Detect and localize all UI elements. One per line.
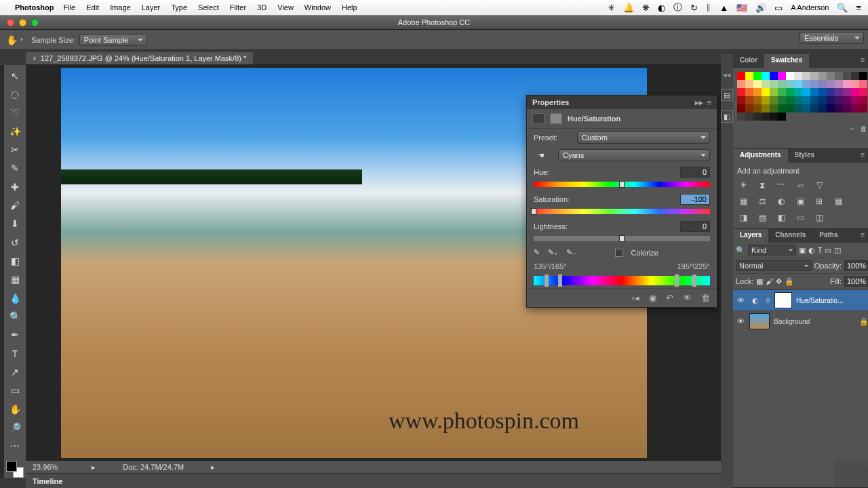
swatch[interactable] bbox=[818, 96, 827, 104]
swatch[interactable] bbox=[762, 80, 770, 88]
swatch[interactable] bbox=[810, 80, 818, 88]
battery-icon[interactable]: ▭ bbox=[774, 3, 783, 13]
clip-icon[interactable]: ▫◂ bbox=[631, 293, 639, 303]
swatch[interactable] bbox=[851, 96, 859, 104]
panel-menu-icon[interactable]: ≡ bbox=[854, 54, 868, 68]
help-icon[interactable]: ⓘ bbox=[673, 1, 682, 14]
resize-grip[interactable] bbox=[834, 461, 868, 488]
expand-dock-icon[interactable]: ◂◂ bbox=[723, 70, 731, 79]
swatch[interactable] bbox=[859, 104, 867, 113]
swatch[interactable] bbox=[835, 80, 843, 88]
swatch[interactable] bbox=[827, 72, 835, 80]
hue-icon[interactable]: ▦ bbox=[737, 195, 749, 207]
swatch[interactable] bbox=[753, 80, 762, 88]
visibility-toggle-icon[interactable]: 👁 bbox=[736, 317, 745, 325]
timeline-panel[interactable]: Timeline bbox=[26, 473, 721, 488]
brush-tool-icon[interactable]: 🖌 bbox=[7, 197, 23, 213]
previous-icon[interactable]: ◉ bbox=[649, 293, 656, 303]
move-tool-icon[interactable]: ↖ bbox=[7, 68, 23, 83]
history-panel-icon[interactable]: ▤ bbox=[721, 89, 733, 101]
crop-tool-icon[interactable]: ✂ bbox=[7, 142, 23, 157]
filter-kind-select[interactable]: Kind bbox=[748, 245, 796, 256]
notify-icon[interactable]: 🔔 bbox=[623, 3, 634, 13]
menu-window[interactable]: Window bbox=[304, 3, 331, 12]
lightness-slider[interactable] bbox=[534, 236, 710, 243]
menubar-app[interactable]: Photoshop bbox=[15, 3, 54, 12]
exposure-icon[interactable]: ▱ bbox=[794, 179, 806, 191]
swatch[interactable] bbox=[762, 88, 770, 96]
type-tool-icon[interactable]: T bbox=[7, 346, 23, 361]
edit-toolbar-icon[interactable]: ⋯ bbox=[7, 439, 23, 454]
swatch[interactable] bbox=[794, 96, 802, 104]
swatch[interactable] bbox=[770, 104, 778, 113]
swatch[interactable] bbox=[737, 80, 745, 88]
blend-mode-select[interactable]: Normal bbox=[736, 260, 812, 271]
layer-row-background[interactable]: 👁 Background 🔒 bbox=[733, 310, 868, 331]
gradient-tool-icon[interactable]: ▦ bbox=[7, 272, 23, 287]
swatch[interactable] bbox=[737, 96, 745, 104]
swatch[interactable] bbox=[859, 96, 867, 104]
swatch[interactable] bbox=[770, 88, 778, 96]
layer-name[interactable]: Hue/Saturatio... bbox=[796, 297, 868, 304]
menu-filter[interactable]: Filter bbox=[230, 3, 246, 12]
swatch[interactable] bbox=[753, 88, 762, 96]
current-tool-icon[interactable]: ✋ bbox=[4, 33, 19, 47]
swatch[interactable] bbox=[827, 96, 835, 104]
swatch[interactable] bbox=[818, 80, 827, 88]
swatch[interactable] bbox=[745, 80, 753, 88]
swatch[interactable] bbox=[762, 113, 770, 121]
panel-menu-icon[interactable]: ≡ bbox=[854, 149, 868, 163]
swatch[interactable] bbox=[737, 113, 745, 121]
swatch[interactable] bbox=[794, 80, 802, 88]
reset-icon[interactable]: ↶ bbox=[666, 293, 673, 303]
swatch[interactable] bbox=[778, 104, 786, 113]
vibrance-icon[interactable]: ▽ bbox=[813, 179, 825, 191]
menu-file[interactable]: File bbox=[63, 3, 75, 12]
tab-color[interactable]: Color bbox=[733, 54, 764, 68]
new-swatch-icon[interactable]: ▫ bbox=[850, 125, 853, 133]
menubar-user[interactable]: A Anderson bbox=[791, 3, 829, 12]
layer-mask-thumb[interactable] bbox=[774, 292, 792, 308]
hue-slider[interactable] bbox=[534, 182, 710, 188]
swatch[interactable] bbox=[745, 104, 753, 113]
swatch[interactable] bbox=[786, 104, 794, 113]
swatch[interactable] bbox=[818, 104, 827, 113]
menu-help[interactable]: Help bbox=[342, 3, 357, 12]
arrow-icon[interactable]: ▸ bbox=[92, 463, 96, 472]
swatch[interactable] bbox=[835, 96, 843, 104]
swatch[interactable] bbox=[827, 104, 835, 113]
swatch[interactable] bbox=[745, 113, 753, 121]
swatch[interactable] bbox=[810, 104, 818, 113]
lock-trans-icon[interactable]: ▦ bbox=[756, 277, 763, 286]
healing-tool-icon[interactable]: ✚ bbox=[7, 179, 23, 195]
scrubby-icon[interactable]: ☚ bbox=[534, 151, 549, 160]
visibility-icon[interactable]: 👁 bbox=[683, 293, 692, 303]
swatch[interactable] bbox=[794, 72, 802, 80]
tool-preset-dropdown-icon[interactable]: ▾ bbox=[20, 37, 23, 43]
preset-select[interactable]: Custom bbox=[577, 131, 710, 144]
hand-tool-icon[interactable]: ✋ bbox=[7, 401, 23, 417]
pen-tool-icon[interactable]: ✒ bbox=[7, 327, 23, 343]
path-tool-icon[interactable]: ↗ bbox=[7, 364, 23, 380]
swatch[interactable] bbox=[851, 88, 859, 96]
swatch[interactable] bbox=[786, 88, 794, 96]
swatch[interactable] bbox=[770, 80, 778, 88]
link-icon[interactable]: 𝟾 bbox=[766, 296, 770, 305]
trash-icon[interactable]: 🗑 bbox=[701, 293, 710, 303]
layer-name[interactable]: Background bbox=[774, 318, 855, 325]
swatch[interactable] bbox=[859, 88, 867, 96]
doc-size[interactable]: Doc: 24.7M/24.7M bbox=[123, 463, 184, 471]
saturation-slider[interactable] bbox=[534, 209, 710, 216]
status-icon[interactable]: ✳ bbox=[608, 3, 615, 13]
swatch[interactable] bbox=[745, 88, 753, 96]
swatch[interactable] bbox=[786, 96, 794, 104]
collapse-icon[interactable]: ▸▸ bbox=[695, 98, 703, 107]
gradmap-icon[interactable]: ▭ bbox=[794, 211, 806, 224]
swatch[interactable] bbox=[835, 104, 843, 113]
swatch-grid[interactable] bbox=[737, 72, 867, 121]
spotlight-icon[interactable]: 🔍 bbox=[837, 3, 848, 13]
menu-3d[interactable]: 3D bbox=[257, 3, 267, 12]
swatch[interactable] bbox=[770, 96, 778, 104]
stamp-tool-icon[interactable]: ⬇ bbox=[7, 216, 23, 232]
swatch[interactable] bbox=[770, 113, 778, 121]
